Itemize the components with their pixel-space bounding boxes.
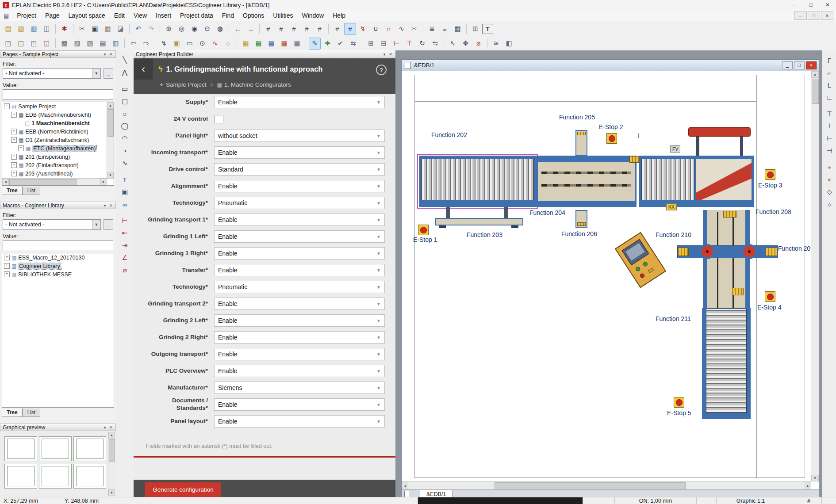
field-select[interactable]: Enable▼ — [214, 247, 385, 260]
panel-menu-icon[interactable]: ▾ — [381, 52, 387, 57]
icon-grid-2[interactable]: # — [275, 23, 287, 35]
icon-zoom-in[interactable]: ⊕ — [163, 23, 175, 35]
icon-align-h[interactable]: ⊢ — [391, 38, 403, 50]
actuator-function-205[interactable] — [575, 130, 587, 156]
icon-page-back[interactable]: ← — [232, 23, 244, 35]
canvas-hscrollbar[interactable]: ◄ ► — [402, 481, 811, 490]
icon-new[interactable]: ▤ — [2, 23, 14, 35]
icon-insert-cable[interactable]: ∿ — [209, 38, 221, 50]
icon-dimension-linear[interactable]: ⊢ — [119, 215, 131, 226]
field-select[interactable]: Pneumatic▼ — [214, 281, 385, 293]
icon-draw-circle[interactable]: ○ — [119, 108, 131, 119]
icon-page-properties[interactable]: ◰ — [2, 38, 14, 50]
icon-reports[interactable]: ≣ — [426, 23, 438, 35]
icon-undo[interactable]: ↶ — [132, 23, 144, 35]
icon-device-list-blue[interactable]: ▦ — [265, 38, 277, 50]
icon-nav-back[interactable]: ⇦ — [127, 38, 139, 50]
tab-tree[interactable]: Tree — [2, 409, 23, 417]
icon-grid-1[interactable]: # — [262, 23, 274, 35]
icon-list[interactable]: ≡ — [439, 23, 451, 35]
preview-panel-header[interactable]: Graphical preview ▾ ✕ — [0, 424, 116, 431]
minimize-button[interactable]: — — [786, 0, 802, 10]
tree-item[interactable]: +▦ETC (Montageaufbauten) — [2, 144, 114, 153]
icon-update[interactable]: ✚ — [322, 38, 334, 50]
icon-draw-polyline[interactable]: ⋀ — [119, 67, 131, 78]
menu-find[interactable]: Find — [218, 11, 238, 20]
icon-insert-image[interactable]: ▣ — [119, 186, 131, 198]
field-select[interactable]: Enable▼ — [214, 314, 385, 327]
tree-item[interactable]: +▦201 (Einspeisung) — [2, 153, 114, 161]
icon-device-list-gray[interactable]: ▦ — [291, 38, 303, 50]
tree-item[interactable]: −▦O1 (Zentralschaltschrank) — [2, 136, 114, 144]
icon-zoom-window[interactable]: ◎ — [176, 23, 188, 35]
icon-draw-rectangle[interactable]: ▭ — [119, 83, 131, 95]
icon-pointer[interactable]: ↖ — [447, 38, 459, 50]
conveyor-function-202[interactable] — [419, 156, 536, 207]
emergency-stop-button[interactable] — [765, 169, 775, 180]
icon-connection-point[interactable]: ○ — [824, 199, 836, 210]
preview-thumbnail[interactable] — [39, 464, 72, 489]
expand-icon[interactable]: + — [4, 263, 10, 269]
child-restore-button[interactable]: ❐ — [794, 61, 805, 69]
icon-print[interactable]: ◫ — [41, 23, 53, 35]
icon-align-v[interactable]: ⊤ — [403, 38, 415, 50]
panel-close-icon[interactable]: ✕ — [108, 425, 114, 430]
tree-item[interactable]: +▦EEB (Normen/Richtlinien) — [2, 127, 114, 136]
field-select[interactable]: Enable▼ — [214, 264, 385, 276]
icon-dimension-radius[interactable]: ⌀ — [119, 264, 131, 276]
tab-list[interactable]: List — [23, 409, 41, 417]
icon-t-node-right[interactable]: ⊢ — [824, 133, 836, 144]
icon-page-delete[interactable]: ◲ — [41, 38, 53, 50]
icon-grid-fine[interactable]: ⊞ — [365, 38, 377, 50]
icon-trim[interactable]: ✂ — [408, 23, 420, 35]
canvas-vscrollbar[interactable]: ▲ ▼ — [811, 71, 819, 481]
icon-t-node-up[interactable]: ⊥ — [824, 120, 836, 132]
macros-tree[interactable]: +▥ESS_Macro_12_20170130+▥Cogineer Librar… — [2, 253, 114, 408]
icon-page-forward[interactable]: → — [245, 23, 257, 35]
pages-tree-hscrollbar[interactable]: ◄ ► — [2, 178, 107, 185]
icon-dimension-baseline[interactable]: ⇥ — [119, 240, 131, 251]
pages-tree[interactable]: −▤Sample Project−▦EDB (Maschinenübersich… — [2, 102, 114, 186]
collapse-icon[interactable]: − — [4, 103, 10, 109]
expand-icon[interactable]: + — [18, 145, 24, 151]
macros-panel-header[interactable]: Macros - Cogineer Library ▾ ✕ — [0, 202, 116, 209]
expand-icon[interactable]: + — [11, 129, 17, 134]
icon-check[interactable]: ✔ — [334, 38, 346, 50]
field-checkbox[interactable] — [214, 115, 223, 123]
icon-open[interactable]: ▧ — [15, 23, 27, 35]
icon-hyperlink[interactable]: ∞ — [119, 199, 131, 210]
icon-frame-2[interactable]: ▨ — [71, 38, 83, 50]
tree-item[interactable]: +▥ESS_Macro_12_20170130 — [2, 253, 114, 262]
field-select[interactable]: Siemens▼ — [214, 382, 385, 394]
chevron-down-icon[interactable]: ▼ — [92, 220, 100, 229]
icon-sync[interactable]: ⇆ — [347, 38, 359, 50]
menu-edit[interactable]: Edit — [110, 11, 129, 20]
icon-paste[interactable]: ▦ — [102, 23, 114, 35]
menu-help[interactable]: Help — [328, 11, 350, 20]
preview-vscrollbar[interactable]: ▲ ▼ — [108, 432, 115, 496]
preview-thumbnail[interactable] — [4, 436, 37, 461]
icon-grid-3[interactable]: # — [288, 23, 300, 35]
icon-magnet-n[interactable]: ∩ — [383, 23, 395, 35]
menu-view[interactable]: View — [129, 11, 151, 20]
icon-grid-5[interactable]: # — [314, 23, 326, 35]
icon-t-node-down[interactable]: ⊤ — [824, 108, 836, 119]
child-system-icon[interactable]: ▤ — [4, 12, 9, 19]
child-minimize-button[interactable]: ▁ — [782, 61, 793, 69]
icon-text[interactable]: T — [482, 24, 493, 34]
mdi-close-button[interactable]: ✕ — [821, 11, 833, 20]
field-select[interactable]: Enable▼ — [214, 348, 385, 360]
child-close-button[interactable]: ✕ — [806, 61, 817, 69]
icon-edit-mode[interactable]: ✎ — [309, 38, 321, 50]
preview-thumbnail[interactable] — [73, 436, 106, 461]
actuator-function-206[interactable] — [575, 210, 587, 228]
rotary-bar[interactable] — [677, 245, 778, 258]
icon-page-copy[interactable]: ◳ — [28, 38, 40, 50]
icon-coil[interactable]: ∿ — [395, 23, 407, 35]
icon-parts-cart[interactable]: ⊞ — [469, 23, 481, 35]
icon-zoom-100[interactable]: ◉ — [188, 23, 200, 35]
icon-draw-line[interactable]: ╲ — [119, 54, 131, 66]
emergency-stop-button[interactable] — [674, 397, 684, 408]
rotary-wheel[interactable] — [700, 244, 715, 259]
pages-value-input[interactable] — [3, 89, 113, 100]
